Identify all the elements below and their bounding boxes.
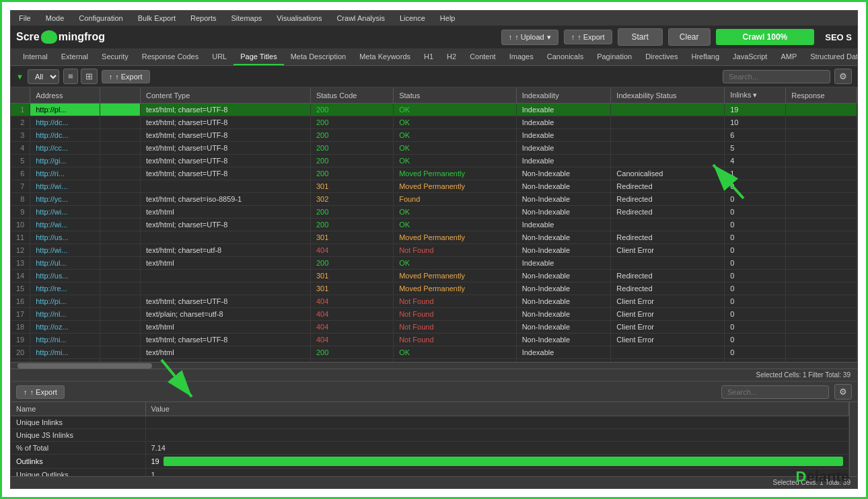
tab-hreflang[interactable]: Hreflang (684, 49, 726, 65)
horizontal-scrollbar[interactable] (11, 362, 857, 369)
tab-security[interactable]: Security (95, 49, 135, 65)
bottom-table-row[interactable]: Unique JS Inlinks (11, 429, 849, 442)
row-content-type: text/plain; charset=utf-8 (141, 308, 311, 321)
tab-meta-keywords[interactable]: Meta Keywords (353, 49, 417, 65)
table-row[interactable]: 16 http://pi... text/html; charset=UTF-8… (11, 295, 857, 308)
tab-h1[interactable]: H1 (417, 49, 440, 65)
filter-select[interactable]: All (28, 69, 59, 84)
menu-item-licence[interactable]: Licence (397, 13, 428, 24)
table-row[interactable]: 7 http://wi... 301 Moved Permanently Non… (11, 180, 857, 193)
table-row[interactable]: 20 http://mi... text/html 200 OK Indexab… (11, 346, 857, 359)
col-address[interactable]: Address (30, 87, 100, 104)
row-indexability-status (611, 346, 725, 359)
main-table-area: Address Content Type Status Code Status … (11, 87, 857, 381)
table-row[interactable]: 18 http://oz... text/html 404 Not Found … (11, 321, 857, 334)
menu-item-mode[interactable]: Mode (43, 13, 67, 24)
crawl-button[interactable]: Crawl 100% (716, 29, 815, 45)
data-table-wrapper[interactable]: Address Content Type Status Code Status … (11, 87, 857, 362)
menu-item-visualisations[interactable]: Visualisations (274, 13, 324, 24)
col-response[interactable]: Response (786, 87, 857, 104)
menu-item-configuration[interactable]: Configuration (76, 13, 125, 24)
row-address: http://oz... (30, 321, 100, 334)
tab-amp[interactable]: AMP (774, 49, 803, 65)
menu-item-crawl-analysis[interactable]: Crawl Analysis (334, 13, 388, 24)
table-row[interactable]: 11 http://us... 301 Moved Permanently No… (11, 231, 857, 244)
list-view-button[interactable]: ≡ (63, 69, 78, 84)
row-indexability-status: Redirected (611, 180, 725, 193)
bottom-row-name: Outlinks (11, 455, 145, 469)
bottom-table-wrapper[interactable]: Name Value Unique Inlinks Unique JS Inli… (11, 402, 849, 476)
row-page-title (100, 142, 141, 155)
tab-pagination[interactable]: Pagination (590, 49, 639, 65)
row-page-title (100, 257, 141, 270)
bottom-col-name[interactable]: Name (11, 402, 145, 416)
export-button[interactable]: ↑ ↑ Export (564, 30, 612, 44)
export-filter-button[interactable]: ↑ ↑ Export (102, 70, 150, 83)
menu-item-sitemaps[interactable]: Sitemaps (228, 13, 264, 24)
table-row[interactable]: 17 http://nl... text/plain; charset=utf-… (11, 308, 857, 321)
table-row[interactable]: 1 http://pl... text/html; charset=UTF-8 … (11, 104, 857, 116)
tab-javascript[interactable]: JavaScript (726, 49, 774, 65)
bottom-search-input[interactable] (721, 385, 829, 399)
bottom-export-button[interactable]: ↑ ↑ Export (16, 385, 65, 399)
bottom-filter-settings[interactable]: ⚙ (834, 384, 852, 399)
row-response (786, 116, 857, 129)
menu-item-bulk-export[interactable]: Bulk Export (135, 13, 178, 24)
tab-response-codes[interactable]: Response Codes (135, 49, 205, 65)
row-num: 11 (11, 231, 30, 244)
col-indexability-status[interactable]: Indexability Status (611, 87, 725, 104)
col-indexability[interactable]: Indexability (516, 87, 611, 104)
tab-content[interactable]: Content (463, 49, 503, 65)
clear-button[interactable]: Clear (668, 28, 711, 46)
row-inlinks: 0 (725, 295, 786, 308)
menu-item-file[interactable]: File (16, 13, 34, 24)
start-button[interactable]: Start (618, 28, 663, 46)
tree-view-button[interactable]: ⊞ (81, 69, 98, 84)
table-row[interactable]: 6 http://ri... text/html; charset=UTF-8 … (11, 167, 857, 180)
menu-item-reports[interactable]: Reports (188, 13, 219, 24)
filter-settings-button[interactable]: ⚙ (834, 69, 852, 84)
tab-directives[interactable]: Directives (639, 49, 684, 65)
table-row[interactable]: 4 http://cc... text/html; charset=UTF-8 … (11, 142, 857, 155)
table-row[interactable]: 14 http://us... 301 Moved Permanently No… (11, 270, 857, 282)
col-status[interactable]: Status (394, 87, 516, 104)
row-content-type (141, 270, 311, 282)
table-search-input[interactable] (723, 70, 830, 83)
bottom-row-value: 7.14 (145, 442, 849, 455)
bottom-table-row[interactable]: % of Total 7.14 (11, 442, 849, 455)
upload-button[interactable]: ↑ ↑ Upload ▾ (501, 30, 558, 45)
bottom-table-row[interactable]: Unique Inlinks (11, 416, 849, 429)
row-content-type (141, 180, 311, 193)
menu-item-help[interactable]: Help (437, 13, 458, 24)
table-row[interactable]: 3 http://dc... text/html; charset=UTF-8 … (11, 129, 857, 142)
tab-structured-data[interactable]: Structured Data (803, 49, 857, 65)
table-row[interactable]: 13 http://ul... text/html 200 OK Indexab… (11, 257, 857, 270)
table-row[interactable]: 8 http://yc... text/html; charset=iso-88… (11, 193, 857, 206)
table-row[interactable]: 10 http://wi... text/html; charset=UTF-8… (11, 219, 857, 231)
col-content-type[interactable]: Content Type (141, 87, 311, 104)
table-row[interactable]: 5 http://gi... text/html; charset=UTF-8 … (11, 155, 857, 167)
filter-view-icons: ≡ ⊞ (63, 69, 98, 84)
tab-meta-description[interactable]: Meta Description (284, 49, 353, 65)
table-row[interactable]: 19 http://ni... text/html; charset=UTF-8… (11, 334, 857, 346)
tab-external[interactable]: External (55, 49, 95, 65)
row-indexability: Indexable (516, 257, 611, 270)
row-indexability: Indexable (516, 116, 611, 129)
bottom-scrollbar[interactable] (849, 402, 857, 476)
bottom-col-value[interactable]: Value (145, 402, 849, 416)
tab-canonicals[interactable]: Canonicals (540, 49, 590, 65)
col-inlinks[interactable]: Inlinks ▾ (725, 87, 786, 104)
table-row[interactable]: 15 http://re... 301 Moved Permanently No… (11, 282, 857, 295)
table-row[interactable]: 12 http://wi... text/html; charset=utf-8… (11, 244, 857, 257)
tab-internal[interactable]: Internal (16, 49, 55, 65)
bottom-table-row[interactable]: Unique Outlinks 1 (11, 469, 849, 477)
table-row[interactable]: 9 http://wi... text/html 200 OK Non-Inde… (11, 206, 857, 219)
tab-url[interactable]: URL (205, 49, 233, 65)
bottom-table-row[interactable]: Outlinks 19 (11, 455, 849, 469)
col-status-code[interactable]: Status Code (310, 87, 393, 104)
tab-page-titles[interactable]: Page Titles (233, 49, 283, 65)
table-row[interactable]: 2 http://dc... text/html; charset=UTF-8 … (11, 116, 857, 129)
tab-h2[interactable]: H2 (440, 49, 463, 65)
col-num[interactable] (11, 87, 30, 104)
tab-images[interactable]: Images (503, 49, 540, 65)
